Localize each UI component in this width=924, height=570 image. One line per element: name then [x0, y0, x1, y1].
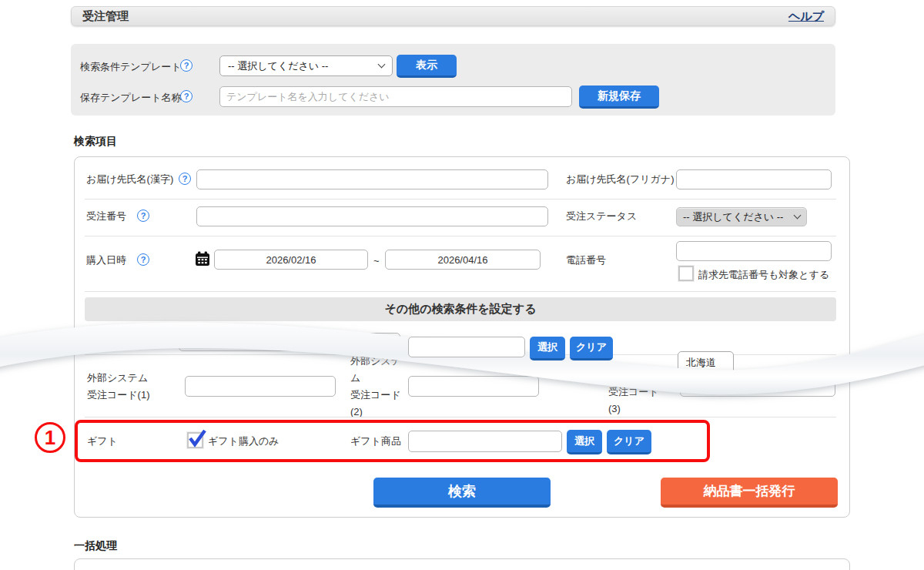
gift-label: ギフト	[87, 433, 118, 450]
other-conditions-toggle[interactable]: その他の検索条件を設定する	[85, 297, 836, 321]
ext-code2-input[interactable]	[408, 376, 539, 397]
date-range-tilde: ~	[373, 253, 380, 270]
ext-code2-label: 外部システム 受注コード(2)	[350, 353, 401, 421]
phone-label: 電話番号	[566, 252, 606, 269]
ext-code3-input[interactable]	[680, 376, 835, 397]
chevron-down-icon	[794, 212, 802, 220]
help-icon[interactable]: ?	[180, 90, 192, 102]
help-icon[interactable]: ?	[179, 173, 191, 185]
order-number-label: 受注番号	[86, 208, 126, 225]
calendar-icon[interactable]	[195, 251, 210, 270]
order-status-label: 受注ステータス	[566, 208, 637, 225]
gift-product-label: ギフト商品	[350, 433, 401, 450]
recipient-kanji-input[interactable]	[196, 169, 548, 189]
row-divider	[85, 417, 836, 417]
search-button[interactable]: 検索	[373, 478, 551, 508]
save-template-name-input[interactable]	[219, 86, 572, 107]
invoice-bulk-issue-button[interactable]: 納品書一括発行	[661, 478, 838, 508]
gift-product-input[interactable]	[408, 431, 562, 452]
page-title-bar: 受注管理 ヘルプ	[71, 6, 835, 26]
ext-code3-label: ム受注コード (3)	[608, 367, 659, 417]
save-template-name-label: 保存テンプレート名称	[80, 89, 182, 106]
order-number-input[interactable]	[196, 206, 548, 226]
recipient-kana-label: お届け先氏名(フリガナ)	[566, 171, 675, 188]
prefecture-value: 北海道	[686, 356, 716, 370]
order-status-select[interactable]: -- 選択してください --	[676, 207, 807, 226]
gift-clear-button[interactable]: クリア	[607, 430, 651, 454]
billing-phone-checkbox-label: 請求先電話番号も対象とする	[698, 267, 829, 283]
new-save-button[interactable]: 新規保存	[579, 86, 659, 109]
page-title: 受注管理	[82, 9, 129, 24]
show-button[interactable]: 表示	[397, 55, 457, 78]
order-status-value: -- 選択してください --	[683, 210, 783, 224]
hidden-row-clear-button[interactable]: クリア	[570, 337, 613, 360]
help-icon[interactable]: ?	[180, 59, 192, 72]
hidden-row-select-button[interactable]: 選択	[530, 337, 565, 360]
billing-phone-checkbox[interactable]	[678, 266, 694, 281]
chevron-down-icon	[378, 61, 386, 69]
prefecture-select[interactable]: 北海道	[678, 351, 734, 374]
condition-template-label: 検索条件テンプレート	[80, 59, 182, 75]
gift-only-checkbox-label: ギフト購入のみ	[208, 433, 280, 450]
gift-select-button[interactable]: 選択	[567, 430, 602, 454]
row-divider	[85, 291, 836, 292]
purchase-date-label: 購入日時	[86, 252, 126, 269]
help-icon[interactable]: ?	[137, 253, 149, 266]
help-icon[interactable]: ?	[137, 210, 149, 222]
gift-only-checkbox[interactable]	[187, 432, 203, 448]
purchase-date-from-input[interactable]	[214, 250, 368, 270]
recipient-kanji-label: お届け先氏名(漢字)	[86, 171, 173, 188]
batch-section-heading: 一括処理	[74, 539, 117, 553]
phone-input[interactable]	[676, 241, 832, 261]
row-divider	[85, 199, 836, 200]
condition-template-select[interactable]: -- 選択してください --	[219, 55, 393, 76]
hidden-row-input[interactable]	[408, 337, 525, 357]
recipient-kana-input[interactable]	[676, 169, 832, 189]
ext-code1-input[interactable]	[185, 376, 336, 397]
annotation-circle-1: 1	[35, 422, 65, 453]
help-link[interactable]: ヘルプ	[788, 9, 824, 24]
hidden-row-partial-input[interactable]	[179, 333, 400, 351]
condition-template-value: -- 選択してください --	[228, 59, 328, 73]
search-section-heading: 検索項目	[74, 135, 117, 149]
purchase-date-to-input[interactable]	[385, 250, 541, 270]
batch-panel	[74, 558, 850, 570]
ext-code1-label: 外部システム受注コード(1)	[87, 370, 150, 404]
row-divider	[85, 236, 836, 236]
